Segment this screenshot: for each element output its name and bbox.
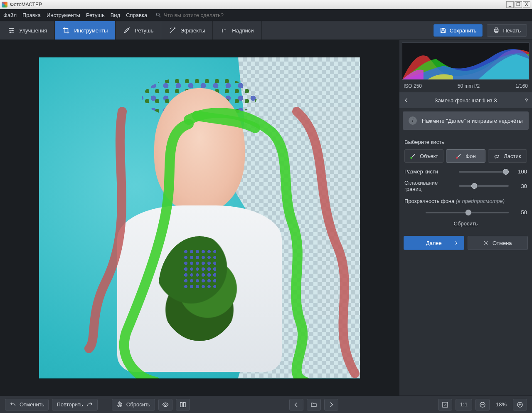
step-back-button[interactable] xyxy=(404,97,412,103)
reset-label: Сбросить xyxy=(126,401,150,408)
exif-iso: ISO 250 xyxy=(404,83,422,89)
exif-shutter: 1/160 xyxy=(515,83,528,89)
app-logo-icon xyxy=(2,2,7,7)
brush-section-title: Выберите кисть xyxy=(404,139,527,145)
compare-button[interactable] xyxy=(176,399,190,411)
chevron-left-icon xyxy=(293,401,300,408)
prev-image-button[interactable] xyxy=(289,399,303,411)
tab-label: Эффекты xyxy=(180,27,205,34)
tab-retouch[interactable]: Ретушь xyxy=(116,21,161,40)
window-maximize-button[interactable]: ❐ xyxy=(515,1,522,8)
reset-sliders-link[interactable]: Сбросить xyxy=(454,220,478,227)
slider-track[interactable] xyxy=(426,212,509,213)
slider-value: 100 xyxy=(513,168,527,175)
slider-label: Сглаживание границ xyxy=(404,180,455,192)
tab-label: Надписи xyxy=(232,27,254,34)
undo-icon xyxy=(10,401,16,408)
tab-label: Ретушь xyxy=(135,27,153,34)
next-button[interactable]: Далее xyxy=(404,236,464,250)
canvas-area[interactable] xyxy=(0,40,399,396)
brush-object-label: Объект xyxy=(420,153,438,159)
tab-enhancements[interactable]: Улучшения xyxy=(0,21,55,40)
redo-button[interactable]: Повторить xyxy=(52,399,97,411)
step-header: Замена фона: шаг 1 из 3 ? xyxy=(399,92,532,108)
zoom-out-button[interactable] xyxy=(475,399,490,411)
svg-rect-18 xyxy=(183,402,185,407)
image-canvas[interactable] xyxy=(39,57,360,379)
step-title: Замена фона: шаг 1 из 3 xyxy=(412,97,520,104)
cancel-button[interactable]: Отмена xyxy=(468,236,528,250)
text-icon: Tт xyxy=(220,27,228,34)
redo-icon xyxy=(86,401,93,408)
svg-point-14 xyxy=(456,157,458,159)
app-title: ФотоМАСТЕР xyxy=(10,2,42,7)
brush-eraser-label: Ластик xyxy=(504,153,521,159)
slider-thumb[interactable] xyxy=(466,210,471,215)
menu-tools[interactable]: Инструменты xyxy=(47,12,80,18)
menu-edit[interactable]: Правка xyxy=(22,12,41,18)
tab-text[interactable]: Tт Надписи xyxy=(213,21,261,40)
undo-label: Отменить xyxy=(20,401,44,408)
folder-icon xyxy=(310,401,317,408)
svg-point-5 xyxy=(170,28,171,29)
tab-effects[interactable]: Эффекты xyxy=(161,21,213,40)
slider-opacity[interactable]: 50 xyxy=(404,209,527,215)
fit-screen-button[interactable] xyxy=(438,399,452,411)
svg-rect-12 xyxy=(495,31,498,32)
cancel-label: Отмена xyxy=(493,240,512,246)
undo-button[interactable]: Отменить xyxy=(5,399,49,411)
svg-rect-17 xyxy=(180,402,182,407)
reset-button[interactable]: Сбросить xyxy=(112,399,155,411)
zoom-in-button[interactable] xyxy=(513,399,527,411)
search-input[interactable] xyxy=(164,12,247,18)
save-button[interactable]: Сохранить xyxy=(433,24,483,37)
save-label: Сохранить xyxy=(450,27,477,34)
window-minimize-button[interactable]: _ xyxy=(506,1,514,8)
slider-track[interactable] xyxy=(459,171,509,173)
histogram[interactable] xyxy=(402,42,530,80)
toggle-preview-button[interactable] xyxy=(158,399,172,411)
zoom-value: 18% xyxy=(493,401,510,408)
save-icon xyxy=(440,27,446,34)
menu-file[interactable]: Файл xyxy=(3,12,17,18)
eraser-icon xyxy=(494,153,500,159)
step-help-button[interactable]: ? xyxy=(520,97,528,104)
slider-track[interactable] xyxy=(459,185,509,187)
tab-tools[interactable]: Инструменты xyxy=(55,21,116,40)
menu-bar: Файл Правка Инструменты Ретушь Вид Справ… xyxy=(0,9,532,21)
window-titlebar: ФотоМАСТЕР _ ❐ X xyxy=(0,0,532,9)
menu-view[interactable]: Вид xyxy=(111,12,121,18)
fit-icon xyxy=(442,401,448,408)
chevron-right-icon xyxy=(454,240,459,245)
zoom-actual-button[interactable]: 1:1 xyxy=(456,399,472,411)
slider-thumb[interactable] xyxy=(471,183,477,189)
next-label: Далее xyxy=(426,240,442,246)
slider-feather[interactable]: Сглаживание границ 30 xyxy=(404,180,527,192)
next-image-button[interactable] xyxy=(324,399,338,411)
window-close-button[interactable]: X xyxy=(523,1,530,8)
svg-point-0 xyxy=(157,13,160,16)
exif-row: ISO 250 50 mm f/2 1/160 xyxy=(399,82,532,92)
zoom-ratio-label: 1:1 xyxy=(460,401,468,408)
exif-lens: 50 mm f/2 xyxy=(458,83,480,89)
slider-brush-size[interactable]: Размер кисти 100 xyxy=(404,168,527,175)
open-folder-button[interactable] xyxy=(307,399,321,411)
print-button[interactable]: Печать xyxy=(487,24,527,37)
chevron-left-icon xyxy=(404,97,409,103)
brush-background-button[interactable]: Фон xyxy=(446,149,485,163)
plus-icon xyxy=(517,401,523,408)
svg-point-6 xyxy=(172,27,172,28)
wand-icon xyxy=(169,27,176,34)
footer-bar: Отменить Повторить Сбросить 1:1 18% xyxy=(0,396,532,413)
menu-help[interactable]: Справка xyxy=(126,12,147,18)
menu-retouch[interactable]: Ретушь xyxy=(86,12,105,18)
brush-eraser-button[interactable]: Ластик xyxy=(488,149,527,163)
brush-object-button[interactable]: Объект xyxy=(404,149,443,163)
redo-label: Повторить xyxy=(57,401,83,408)
slider-label: Размер кисти xyxy=(404,168,455,175)
svg-point-4 xyxy=(10,32,11,33)
hint-box: i Нажмите "Далее" и исправьте недочёты xyxy=(403,111,529,130)
slider-thumb[interactable] xyxy=(503,169,509,175)
brush-background-label: Фон xyxy=(466,153,475,159)
tab-label: Улучшения xyxy=(19,27,47,34)
